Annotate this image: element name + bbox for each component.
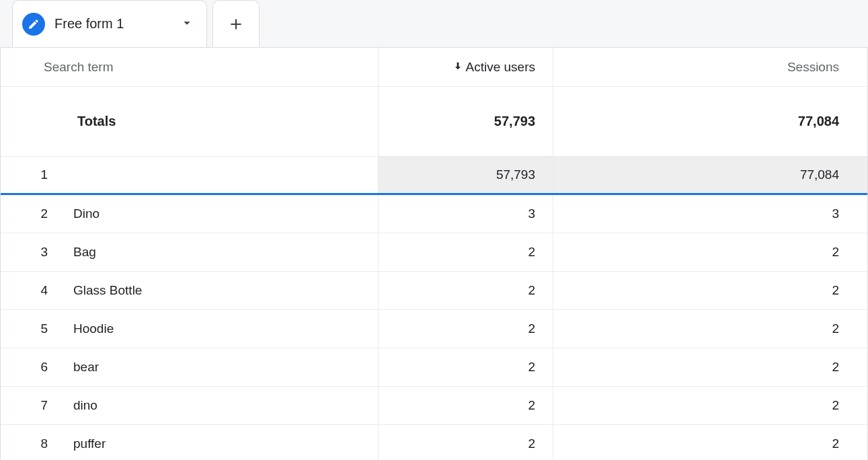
row-active-users-cell: 2 xyxy=(379,272,553,309)
row-active-users-cell: 3 xyxy=(379,195,553,233)
totals-active-users-cell: 57,793 xyxy=(379,87,553,156)
row-sessions: 2 xyxy=(832,398,839,413)
row-search-term: Bag xyxy=(73,245,96,260)
row-sessions: 2 xyxy=(832,245,839,260)
row-index: 8 xyxy=(38,436,48,451)
row-search-term: Dino xyxy=(73,206,100,221)
totals-active-users: 57,793 xyxy=(494,114,535,129)
table-row[interactable]: 8puffer22 xyxy=(1,425,867,460)
row-sessions-cell: 3 xyxy=(553,195,867,233)
row-active-users-cell: 2 xyxy=(379,233,553,271)
row-active-users: 2 xyxy=(528,321,535,336)
row-active-users: 3 xyxy=(528,206,535,221)
row-sessions: 2 xyxy=(832,360,839,375)
row-search-term: dino xyxy=(73,398,97,413)
row-index: 5 xyxy=(38,321,48,336)
column-header-label: Search term xyxy=(44,60,113,75)
row-sessions-cell: 2 xyxy=(553,425,867,460)
row-search-term: Glass Bottle xyxy=(73,283,142,298)
totals-label: Totals xyxy=(77,114,116,129)
row-index: 7 xyxy=(38,398,48,413)
row-sessions: 3 xyxy=(832,206,839,221)
column-header-dimension[interactable]: Search term xyxy=(1,48,379,86)
row-active-users: 2 xyxy=(528,436,535,451)
row-sessions-cell: 2 xyxy=(553,387,867,424)
row-search-term: puffer xyxy=(73,436,106,451)
totals-sessions: 77,084 xyxy=(798,114,839,129)
table-row[interactable]: 5Hoodie22 xyxy=(1,310,867,348)
tab-strip: Free form 1 xyxy=(0,0,868,47)
row-active-users: 2 xyxy=(528,245,535,260)
row-sessions-cell: 2 xyxy=(553,348,867,386)
add-tab-button[interactable] xyxy=(212,0,260,47)
row-dimension-cell: 1 xyxy=(1,157,379,193)
row-dimension-cell: 2Dino xyxy=(1,195,379,233)
row-active-users-cell: 2 xyxy=(379,310,553,348)
row-active-users-cell: 2 xyxy=(379,425,553,460)
row-sessions-cell: 77,084 xyxy=(553,157,867,193)
row-index: 4 xyxy=(38,283,48,298)
totals-label-cell: Totals xyxy=(1,87,379,156)
report-table: Search term Active users Sessions Totals… xyxy=(0,47,868,460)
row-index: 6 xyxy=(38,360,48,375)
caret-down-icon[interactable] xyxy=(180,15,194,33)
table-row[interactable]: 157,79377,084 xyxy=(1,157,867,195)
row-dimension-cell: 7dino xyxy=(1,387,379,424)
table-header-row: Search term Active users Sessions xyxy=(1,48,867,87)
row-search-term: bear xyxy=(73,360,99,375)
table-totals-row: Totals 57,793 77,084 xyxy=(1,87,867,157)
row-sessions: 2 xyxy=(832,436,839,451)
row-dimension-cell: 4Glass Bottle xyxy=(1,272,379,309)
sort-descending-icon xyxy=(452,60,463,75)
row-index: 2 xyxy=(38,206,48,221)
tab-label: Free form 1 xyxy=(54,16,170,32)
row-sessions: 2 xyxy=(832,321,839,336)
plus-icon xyxy=(227,15,245,33)
row-active-users-cell: 2 xyxy=(379,348,553,386)
row-active-users-cell: 2 xyxy=(379,387,553,424)
row-dimension-cell: 5Hoodie xyxy=(1,310,379,348)
row-dimension-cell: 8puffer xyxy=(1,425,379,460)
row-index: 1 xyxy=(38,167,48,182)
row-dimension-cell: 6bear xyxy=(1,348,379,386)
column-header-active-users[interactable]: Active users xyxy=(379,48,553,86)
row-search-term: Hoodie xyxy=(73,321,114,336)
totals-sessions-cell: 77,084 xyxy=(553,87,867,156)
table-row[interactable]: 4Glass Bottle22 xyxy=(1,272,867,310)
column-header-label: Active users xyxy=(466,60,535,75)
column-header-sessions[interactable]: Sessions xyxy=(553,48,867,86)
row-sessions-cell: 2 xyxy=(553,233,867,271)
row-active-users: 57,793 xyxy=(496,167,535,182)
pencil-icon xyxy=(22,13,45,36)
row-sessions-cell: 2 xyxy=(553,272,867,309)
row-active-users: 2 xyxy=(528,360,535,375)
row-active-users: 2 xyxy=(528,398,535,413)
row-dimension-cell: 3Bag xyxy=(1,233,379,271)
column-header-label: Sessions xyxy=(787,60,839,75)
row-sessions: 77,084 xyxy=(800,167,839,182)
table-row[interactable]: 3Bag22 xyxy=(1,233,867,272)
table-row[interactable]: 2Dino33 xyxy=(1,195,867,233)
row-sessions-cell: 2 xyxy=(553,310,867,348)
row-active-users-cell: 57,793 xyxy=(379,157,553,193)
table-row[interactable]: 6bear22 xyxy=(1,348,867,387)
row-index: 3 xyxy=(38,245,48,260)
row-sessions: 2 xyxy=(832,283,839,298)
tab-free-form-1[interactable]: Free form 1 xyxy=(12,0,207,47)
row-active-users: 2 xyxy=(528,283,535,298)
table-row[interactable]: 7dino22 xyxy=(1,387,867,425)
